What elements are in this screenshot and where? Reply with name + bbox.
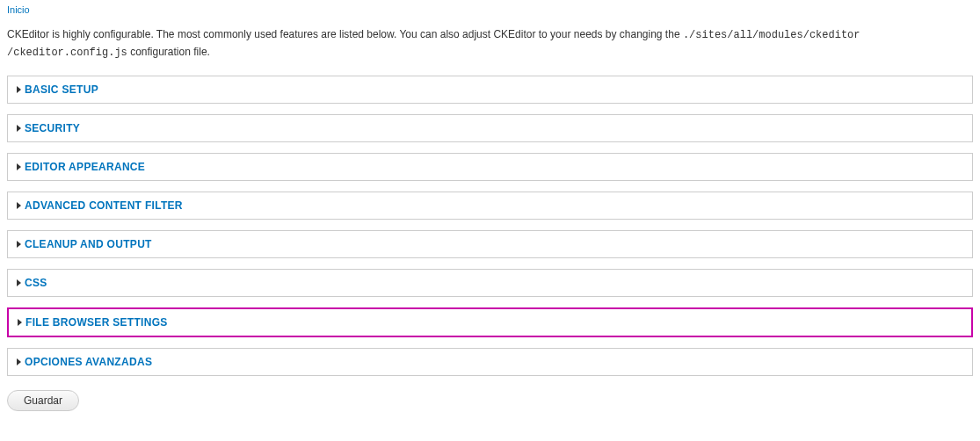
save-button[interactable]: Guardar — [7, 390, 79, 411]
fieldset-title: FILE BROWSER SETTINGS — [25, 316, 168, 329]
fieldset-security[interactable]: SECURITY — [7, 114, 973, 142]
page-description: CKEditor is highly configurable. The mos… — [7, 26, 973, 61]
form-actions: Guardar — [7, 390, 973, 411]
fieldset-advanced-options[interactable]: OPCIONES AVANZADAS — [7, 348, 973, 376]
fieldset-container: BASIC SETUP SECURITY EDITOR APPEARANCE A… — [7, 76, 973, 376]
fieldset-title: BASIC SETUP — [25, 83, 98, 96]
description-code-path2: /ckeditor.config.js — [7, 47, 127, 59]
chevron-right-icon — [17, 125, 21, 132]
chevron-right-icon — [17, 279, 21, 286]
chevron-right-icon — [17, 358, 21, 365]
fieldset-title: SECURITY — [25, 122, 80, 134]
description-text-before: CKEditor is highly configurable. The mos… — [7, 28, 683, 40]
fieldset-file-browser-settings[interactable]: FILE BROWSER SETTINGS — [7, 307, 973, 337]
chevron-right-icon — [17, 241, 21, 248]
description-code-path1: ./sites/all/modules/ckeditor — [683, 29, 860, 41]
fieldset-editor-appearance[interactable]: EDITOR APPEARANCE — [7, 153, 973, 181]
fieldset-title: OPCIONES AVANZADAS — [25, 356, 152, 368]
fieldset-title: EDITOR APPEARANCE — [25, 161, 145, 173]
fieldset-cleanup-output[interactable]: CLEANUP AND OUTPUT — [7, 230, 973, 258]
chevron-right-icon — [18, 319, 22, 326]
chevron-right-icon — [17, 86, 21, 93]
fieldset-title: CSS — [25, 277, 47, 289]
fieldset-advanced-content-filter[interactable]: ADVANCED CONTENT FILTER — [7, 192, 973, 220]
chevron-right-icon — [17, 163, 21, 170]
breadcrumb: Inicio — [7, 4, 973, 16]
fieldset-title: CLEANUP AND OUTPUT — [25, 238, 152, 250]
fieldset-title: ADVANCED CONTENT FILTER — [25, 199, 183, 212]
description-text-after: configuration file. — [127, 46, 210, 58]
fieldset-css[interactable]: CSS — [7, 269, 973, 297]
breadcrumb-home-link[interactable]: Inicio — [7, 4, 30, 15]
fieldset-basic-setup[interactable]: BASIC SETUP — [7, 76, 973, 104]
chevron-right-icon — [17, 202, 21, 209]
